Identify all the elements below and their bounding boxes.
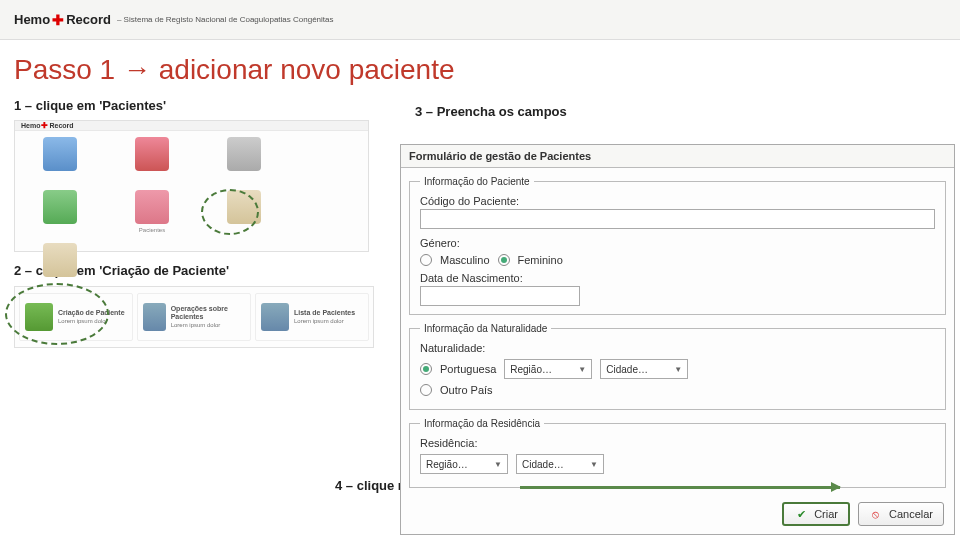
plus-icon: ✚ bbox=[52, 12, 64, 28]
module-icon bbox=[43, 137, 77, 171]
chevron-down-icon: ▼ bbox=[494, 460, 502, 469]
module-icon bbox=[227, 137, 261, 171]
app-header: Hemo ✚ Record – Sistema de Registo Nacio… bbox=[0, 0, 960, 40]
user-list-icon bbox=[261, 303, 289, 331]
select-cidade-nat[interactable]: Cidade…▼ bbox=[600, 359, 688, 379]
radio-portuguesa[interactable] bbox=[420, 363, 432, 375]
highlight-pacientes bbox=[201, 189, 259, 235]
label-masculino: Masculino bbox=[440, 254, 490, 266]
modules-panel-head: Hemo✚Record bbox=[15, 121, 368, 131]
action-operacoes[interactable]: Operações sobre PacientesLorem ipsum dol… bbox=[137, 293, 251, 341]
fieldset-paciente: Informação do Paciente Código do Pacient… bbox=[409, 176, 946, 315]
user-ops-icon bbox=[143, 303, 166, 331]
page-title: Passo 1 → adicionar novo paciente bbox=[14, 54, 960, 86]
cancelar-button[interactable]: ⦸ Cancelar bbox=[858, 502, 944, 526]
pacientes-icon bbox=[135, 190, 169, 224]
modules-panel-screenshot: Hemo✚Record Pacientes bbox=[14, 120, 369, 252]
fs2-legend: Informação da Naturalidade bbox=[420, 323, 551, 334]
fieldset-residencia: Informação da Residência Residência: Reg… bbox=[409, 418, 946, 488]
select-cidade-res[interactable]: Cidade…▼ bbox=[516, 454, 604, 474]
res-label: Residência: bbox=[420, 437, 935, 449]
module-icon bbox=[43, 190, 77, 224]
criar-button[interactable]: ✔ Criar bbox=[782, 502, 850, 526]
module-icon bbox=[135, 137, 169, 171]
radio-outro-pais[interactable] bbox=[420, 384, 432, 396]
gender-label: Género: bbox=[420, 237, 935, 249]
dob-label: Data de Nascimento: bbox=[420, 272, 935, 284]
chevron-down-icon: ▼ bbox=[578, 365, 586, 374]
label-portuguesa: Portuguesa bbox=[440, 363, 496, 375]
label-outro-pais: Outro País bbox=[440, 384, 493, 396]
header-subtitle: – Sistema de Registo Nacional de Coagulo… bbox=[117, 15, 334, 24]
highlight-criacao bbox=[5, 283, 109, 345]
step-3-label: 3 – Preencha os campos bbox=[415, 104, 567, 119]
logo-text-post: Record bbox=[66, 12, 111, 27]
nat-other-row: Outro País bbox=[420, 384, 935, 396]
label-feminino: Feminino bbox=[518, 254, 563, 266]
fieldset-naturalidade: Informação da Naturalidade Naturalidade:… bbox=[409, 323, 946, 410]
modules-grid: Pacientes bbox=[15, 131, 368, 292]
step-1-label: 1 – clique em 'Pacientes' bbox=[14, 98, 166, 113]
button-row: ✔ Criar ⦸ Cancelar bbox=[401, 496, 954, 534]
tiny-logo: Hemo✚Record bbox=[21, 121, 74, 130]
form-title: Formulário de gestão de Pacientes bbox=[401, 145, 954, 168]
module-item[interactable] bbox=[25, 243, 95, 286]
res-row: Região…▼ Cidade…▼ bbox=[420, 454, 935, 474]
gender-row: Masculino Feminino bbox=[420, 254, 935, 266]
logo: Hemo ✚ Record bbox=[14, 12, 111, 28]
dob-input[interactable] bbox=[420, 286, 580, 306]
module-item[interactable] bbox=[25, 137, 95, 180]
patient-form: Formulário de gestão de Pacientes Inform… bbox=[400, 144, 955, 535]
select-regiao-res[interactable]: Região…▼ bbox=[420, 454, 508, 474]
module-item[interactable] bbox=[209, 137, 279, 180]
nat-pt-row: Portuguesa Região…▼ Cidade…▼ bbox=[420, 359, 935, 379]
cancel-icon: ⦸ bbox=[869, 507, 883, 521]
radio-feminino[interactable] bbox=[498, 254, 510, 266]
check-icon: ✔ bbox=[794, 507, 808, 521]
select-regiao-nat[interactable]: Região…▼ bbox=[504, 359, 592, 379]
chevron-down-icon: ▼ bbox=[590, 460, 598, 469]
arrow-to-criar bbox=[520, 486, 840, 489]
fs1-legend: Informação do Paciente bbox=[420, 176, 534, 187]
action-lista[interactable]: Lista de PacientesLorem ipsum dolor bbox=[255, 293, 369, 341]
radio-masculino[interactable] bbox=[420, 254, 432, 266]
code-label: Código do Paciente: bbox=[420, 195, 935, 207]
code-input[interactable] bbox=[420, 209, 935, 229]
logo-text-pre: Hemo bbox=[14, 12, 50, 27]
module-item-pacientes[interactable]: Pacientes bbox=[117, 190, 187, 233]
module-icon bbox=[43, 243, 77, 277]
module-item[interactable] bbox=[117, 137, 187, 180]
nat-label: Naturalidade: bbox=[420, 342, 935, 354]
fs3-legend: Informação da Residência bbox=[420, 418, 544, 429]
chevron-down-icon: ▼ bbox=[674, 365, 682, 374]
module-item[interactable] bbox=[25, 190, 95, 233]
